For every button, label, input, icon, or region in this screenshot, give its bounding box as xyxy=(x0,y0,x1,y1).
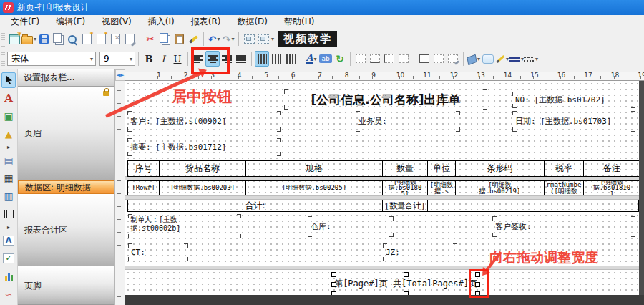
table-data-cell-2[interactable]: [明细数据.bs00205] xyxy=(246,181,383,195)
band-item-0[interactable]: 页眉 xyxy=(18,87,114,180)
duplicate-button[interactable] xyxy=(51,32,65,47)
table-data-cell-4[interactable]: [明细数 据.s xyxy=(428,181,456,195)
table-header-cell-1[interactable]: 货品名称 xyxy=(160,161,246,176)
table-header-cell-2[interactable]: 规格 xyxy=(246,161,383,176)
table-data-row[interactable]: [Row#][明细数据.bs00203][明细数据.bs00205][明细数 据… xyxy=(127,180,639,195)
toolbar-grip[interactable] xyxy=(1,32,5,47)
band-item-2[interactable]: 报表合计区 xyxy=(18,194,114,266)
salesman-cell[interactable]: 业务员: xyxy=(356,111,460,132)
border-inner-button[interactable] xyxy=(396,51,411,67)
border-bottom-button[interactable] xyxy=(368,51,382,67)
copy-page-button[interactable]: * xyxy=(94,32,108,47)
copy-button[interactable] xyxy=(157,32,172,47)
line-weight-button[interactable]: ▾ xyxy=(509,51,524,67)
total-label-cell[interactable]: 合计: xyxy=(128,200,383,211)
shape-button[interactable] xyxy=(481,51,495,67)
report-no-cell[interactable]: NO: [主数据.bs01702] xyxy=(512,92,635,108)
menu-item-6[interactable]: 帮助(H) xyxy=(278,15,321,29)
ruler-corner[interactable]: ◄► xyxy=(115,69,125,81)
ct-cell[interactable]: CT: xyxy=(128,243,188,261)
preview-button[interactable] xyxy=(65,32,79,47)
expand-arrow-icon[interactable]: ▸ xyxy=(1,224,16,231)
undo-button[interactable]: ↶▾ xyxy=(207,32,221,47)
total-value-cell[interactable]: [数量合计] xyxy=(383,200,428,211)
band-item-1[interactable]: 数据区: 明细数据 xyxy=(18,180,114,194)
valign-bottom-button[interactable] xyxy=(283,51,298,67)
new-report-button[interactable] xyxy=(7,32,21,47)
table-data-cell-5[interactable]: [明细数 据.bs00219] xyxy=(456,181,545,195)
expand-arrow-icon[interactable]: ▸ xyxy=(1,144,16,150)
refresh-button[interactable]: ↻ xyxy=(333,51,347,67)
paste-button[interactable] xyxy=(172,32,186,47)
summary-cell[interactable]: 摘要: [主数据.bs01712] xyxy=(127,138,281,156)
barcode-tool[interactable] xyxy=(1,206,16,222)
table-data-cell-6[interactable]: rmatNumbe ([明细数 xyxy=(545,181,584,195)
table-header-cell-0[interactable]: 序号 xyxy=(128,161,160,176)
italic-button[interactable]: I xyxy=(156,51,170,67)
table-header-cell-6[interactable]: 税率 xyxy=(545,161,584,176)
menu-item-5[interactable]: 数据(D) xyxy=(230,15,274,29)
font-size-select[interactable]: 9▾ xyxy=(99,52,135,66)
valign-top-button[interactable] xyxy=(255,51,269,67)
open-button[interactable]: ▾ xyxy=(21,32,36,47)
checkbox-tool[interactable]: ✓ xyxy=(1,251,16,266)
table-header-cell-7[interactable]: 备注 xyxy=(584,161,639,176)
align-justify-button[interactable] xyxy=(234,51,248,67)
new-page-button[interactable]: * xyxy=(79,32,94,47)
customer-cell[interactable]: 客户: [主数据.st00902] xyxy=(127,111,281,132)
textbox-tool[interactable]: A xyxy=(1,233,16,248)
menu-item-1[interactable]: 编辑(E) xyxy=(49,15,92,29)
table-data-cell-7[interactable]: [明细数 据.bs01810 ] xyxy=(584,181,639,195)
fill-color-button[interactable]: ▾ xyxy=(467,51,481,67)
valign-middle-button[interactable] xyxy=(269,51,283,67)
warehouse-cell[interactable]: 仓库: xyxy=(308,216,394,237)
toolbar-overflow-icon[interactable]: ▾ xyxy=(271,36,274,42)
group-button[interactable] xyxy=(242,32,256,47)
text-format-button[interactable]: ab xyxy=(318,51,333,67)
resize-handle[interactable] xyxy=(331,282,336,287)
delete-page-button[interactable]: × xyxy=(108,32,122,47)
resize-handle[interactable] xyxy=(331,272,336,277)
shape-tool[interactable]: ▲ xyxy=(1,126,16,142)
ungroup-button[interactable] xyxy=(256,32,270,47)
font-family-select[interactable]: 宋体▾ xyxy=(7,52,96,66)
table-data-cell-3[interactable]: [明细数 据.bs0180 5] xyxy=(383,181,428,195)
vertical-ruler[interactable] xyxy=(115,81,125,305)
table-header-cell-5[interactable]: 条形码 xyxy=(456,161,545,176)
cut-button[interactable]: ✂ xyxy=(143,32,157,47)
menu-item-0[interactable]: 文件(F) xyxy=(4,15,46,29)
report-title-cell[interactable]: [公司信息.公司名称]出库单 xyxy=(284,89,487,110)
image-tool[interactable]: ▣ xyxy=(1,108,16,124)
total-empty-cell[interactable] xyxy=(428,200,638,211)
table-total-row[interactable]: 合计: [数量合计] xyxy=(127,200,639,212)
toolbar-grip[interactable] xyxy=(1,52,5,66)
customer-sign-cell[interactable]: 客户签收: xyxy=(492,216,635,237)
video-tutorial-badge[interactable]: 视频教学 xyxy=(278,31,337,47)
font-color-button[interactable]: A▾ xyxy=(304,51,318,67)
save-button[interactable] xyxy=(36,32,51,47)
data-table-tool[interactable]: ▥ xyxy=(1,188,16,204)
menu-item-4[interactable]: 报表(R) xyxy=(185,15,228,29)
format-painter-button[interactable] xyxy=(186,32,200,47)
curve-tool[interactable]: ≈ xyxy=(1,286,16,302)
band-item-3[interactable]: 页脚 xyxy=(18,266,114,305)
border-settings-button[interactable] xyxy=(446,51,460,67)
border-sides-button[interactable] xyxy=(382,51,396,67)
label-tool[interactable]: A xyxy=(1,90,16,106)
maker-cell[interactable]: 制单人：[主数 据.st00602b] xyxy=(128,214,241,238)
bold-button[interactable]: B xyxy=(142,51,156,67)
table-header-cell-3[interactable]: 数量 xyxy=(383,161,428,176)
redo-button[interactable]: ↷▾ xyxy=(221,32,235,47)
table-data-cell-1[interactable]: [明细数据.bs00203] xyxy=(160,181,246,195)
table-data-cell-0[interactable]: [Row#] xyxy=(128,181,160,195)
table-header-cell-4[interactable]: 单位 xyxy=(428,161,456,176)
page-settings-button[interactable] xyxy=(122,32,137,47)
border-grid-button[interactable] xyxy=(431,51,446,67)
table-header-row[interactable]: 序号货品名称规格数量单位条形码税率备注 xyxy=(127,160,639,177)
table-tool[interactable]: ▦ xyxy=(1,170,16,186)
underline-button[interactable]: U xyxy=(170,51,185,67)
subreport-tool[interactable]: ▤ xyxy=(1,152,16,168)
menu-item-3[interactable]: 插入(I) xyxy=(142,15,181,29)
border-none-button[interactable] xyxy=(353,51,368,67)
jz-cell[interactable]: JZ: xyxy=(383,243,457,261)
